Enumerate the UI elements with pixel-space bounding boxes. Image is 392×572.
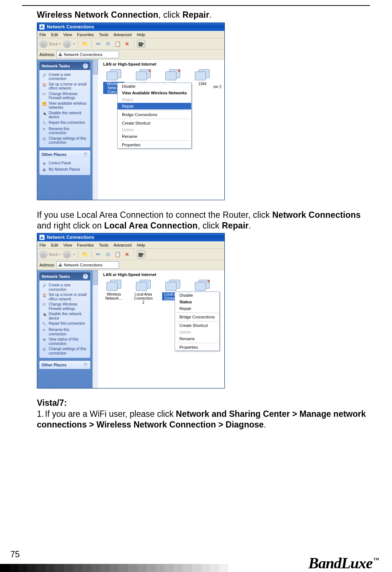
forward-button[interactable]: → <box>63 250 71 258</box>
menu-item[interactable]: Bridge Connections <box>118 111 191 118</box>
paste-button[interactable]: 📋 <box>114 251 121 258</box>
panel-header[interactable]: Other Places⌃ <box>39 361 90 369</box>
menu-item[interactable]: Rename <box>175 335 219 342</box>
copy-button[interactable]: ⧉ <box>104 251 112 258</box>
menu-item[interactable]: Disable <box>175 292 219 299</box>
trademark-icon: ™ <box>373 557 379 563</box>
connection-icon[interactable]: 1394 <box>192 69 213 94</box>
task-link[interactable]: 🛡Change Windows Firewall settings <box>42 92 88 100</box>
back-icon: ← <box>39 40 48 48</box>
menu-favorites[interactable]: Favorites <box>77 32 94 37</box>
scrollbar-thumb[interactable] <box>93 270 98 285</box>
collapse-icon[interactable]: ⌃ <box>83 362 88 367</box>
menu-file[interactable]: File <box>39 243 46 247</box>
other-places-panel: Other Places⌃⚙Control Panel🖧My Network P… <box>39 150 90 175</box>
back-button[interactable]: ←Back ▾ <box>39 40 61 48</box>
up-folder-button[interactable]: 📁 <box>81 251 88 258</box>
menu-item[interactable]: Properties <box>175 344 219 350</box>
menu-item[interactable]: Disable <box>118 83 191 90</box>
menu-item[interactable]: Create Shortcut <box>118 120 191 126</box>
cut-button[interactable]: ✂ <box>95 40 102 48</box>
other-places-panel: Other Places⌃ <box>39 361 90 369</box>
menu-advanced[interactable]: Advanced <box>113 32 132 37</box>
connection-icon[interactable]: Wireless Network… <box>103 280 125 304</box>
menu-item[interactable]: Create Shortcut <box>175 322 219 329</box>
delete-button[interactable]: ✕ <box>123 251 131 258</box>
address-field[interactable]: 🖧Network Connections <box>56 261 119 269</box>
network-tasks-panel: Network Tasks⌃🔗Create a new connection🏠S… <box>39 62 90 147</box>
task-link[interactable]: ✎Rename this connection <box>42 127 88 135</box>
task-link[interactable]: 👁View status of this connection <box>42 337 88 346</box>
task-link[interactable]: ☑Change settings of this connection <box>42 347 88 355</box>
menu-help[interactable]: Help <box>137 32 145 37</box>
collapse-icon[interactable]: ⌃ <box>83 274 88 279</box>
address-icon: 🖧 <box>58 263 62 267</box>
menu-item[interactable]: Repair <box>175 305 219 312</box>
delete-button[interactable]: ✕ <box>123 40 131 48</box>
toolbar: ←Back ▾→▾📁✂⧉📋✕▦▾ <box>37 248 224 260</box>
task-icon: 🛡 <box>42 302 47 307</box>
address-field[interactable]: 🖧Network Connections <box>56 51 119 58</box>
task-link[interactable]: 🔗Create a new connection <box>42 73 88 81</box>
address-value: Network Connections <box>64 52 102 57</box>
menu-item[interactable]: Rename <box>118 133 191 140</box>
task-icon: 🛡 <box>42 92 47 97</box>
task-link[interactable]: 🔌Disable this network device <box>42 312 88 320</box>
connection-icon[interactable]: Local Area Connection 2 <box>133 280 154 304</box>
cut-button[interactable]: ✂ <box>95 251 102 258</box>
task-label: View available wireless networks <box>49 101 88 110</box>
menu-item[interactable]: Bridge Connections <box>175 314 219 320</box>
scrollbar[interactable] <box>93 60 98 200</box>
scrollbar[interactable] <box>93 270 98 388</box>
menu-view[interactable]: View <box>63 243 72 247</box>
connection-label: 1394 <box>192 82 213 86</box>
task-link[interactable]: ✎Rename this connection <box>42 328 88 336</box>
menu-item[interactable]: View Available Wireless Networks <box>118 90 191 96</box>
scrollbar-thumb[interactable] <box>93 60 98 74</box>
place-link[interactable]: ⚙Control Panel <box>42 161 88 166</box>
panel-header[interactable]: Network Tasks⌃ <box>39 62 90 70</box>
menu-item[interactable]: Repair <box>118 103 191 109</box>
task-link[interactable]: ☑Change settings of this connection <box>42 136 88 145</box>
collapse-icon[interactable]: ⌃ <box>83 63 88 69</box>
stripe <box>174 564 183 572</box>
copy-button[interactable]: ⧉ <box>104 40 112 48</box>
collapse-icon[interactable]: ⌃ <box>83 152 88 157</box>
task-icon: 🔌 <box>42 312 47 317</box>
stripe <box>219 564 228 572</box>
menu-advanced[interactable]: Advanced <box>113 243 132 247</box>
paste-button[interactable]: 📋 <box>114 40 121 48</box>
window-titlebar[interactable]: 🖧Network Connections <box>37 23 224 31</box>
place-link[interactable]: 🖧My Network Places <box>42 167 88 172</box>
up-folder-button[interactable]: 📁 <box>81 40 88 48</box>
views-button[interactable]: ▦▾ <box>137 250 145 258</box>
task-link[interactable]: 🏠Set up a home or small office network <box>42 82 88 91</box>
panel-header[interactable]: Network Tasks⌃ <box>39 272 90 280</box>
menu-tools[interactable]: Tools <box>99 243 109 247</box>
menu-help[interactable]: Help <box>137 243 145 247</box>
menu-tools[interactable]: Tools <box>99 32 109 37</box>
menu-favorites[interactable]: Favorites <box>77 243 94 247</box>
window-titlebar[interactable]: 🖧Network Connections <box>37 233 224 241</box>
task-link[interactable]: 🔧Repair this connection <box>42 121 88 126</box>
back-button[interactable]: ←Back ▾ <box>39 250 61 258</box>
window-icon: 🖧 <box>39 24 45 29</box>
views-button[interactable]: ▦▾ <box>137 40 145 48</box>
task-link[interactable]: 🏠Set up a home or small office network <box>42 293 88 301</box>
task-link[interactable]: 📶View available wireless networks <box>42 101 88 110</box>
network-glyph <box>136 280 151 292</box>
task-link[interactable]: 🔗Create a new connection <box>42 283 88 292</box>
menu-item[interactable]: Status <box>175 299 219 305</box>
forward-button[interactable]: → <box>63 40 71 48</box>
menu-edit[interactable]: Edit <box>51 243 58 247</box>
panel-header[interactable]: Other Places⌃ <box>39 150 90 158</box>
task-link[interactable]: 🔌Disable this network device <box>42 111 88 119</box>
menu-file[interactable]: File <box>39 32 46 37</box>
task-link[interactable]: 🔧Repair this connection <box>42 321 88 327</box>
separator <box>134 250 134 258</box>
stripe <box>91 564 101 572</box>
menu-edit[interactable]: Edit <box>51 32 58 37</box>
menu-item[interactable]: Properties <box>118 142 191 148</box>
task-link[interactable]: 🛡Change Windows Firewall settings <box>42 302 88 311</box>
menu-view[interactable]: View <box>63 32 72 37</box>
